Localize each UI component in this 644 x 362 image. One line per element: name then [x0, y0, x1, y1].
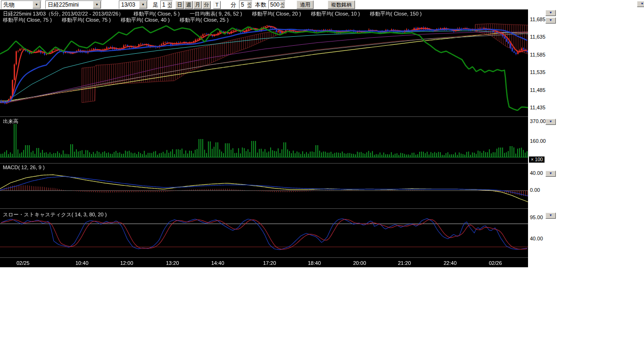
instrument-type-select[interactable]: 先物 ▼	[1, 0, 41, 9]
indicator-label: 移動平均( Close, 75 )	[62, 17, 111, 23]
spinner-buttons[interactable]: ▲▼	[280, 1, 284, 8]
spinner-down-icon[interactable]: ▼	[280, 5, 284, 8]
volume-panel-menu-button[interactable]: ▼	[545, 119, 556, 125]
x-axis-label: 18:40	[308, 260, 321, 266]
period-week-button[interactable]: 週	[184, 1, 193, 9]
spinner-buttons[interactable]: ▲▼	[247, 1, 251, 8]
indicator-label: 移動平均( Close, 20 )	[252, 11, 301, 16]
y-axis-label: 11,485	[530, 87, 545, 93]
chart-title: 日経225mini 13/03（5分, 2013/02/22 - 2013/02…	[3, 11, 124, 16]
indicator-label: 移動平均( Close, 25 )	[180, 17, 229, 23]
spinner-down-icon[interactable]: ▼	[247, 5, 251, 8]
spinner-down-icon[interactable]: ▼	[167, 5, 172, 8]
y-axis-label: 370.00	[530, 118, 546, 124]
chart-canvas[interactable]	[0, 9, 528, 267]
chevron-down-icon: ▼	[33, 1, 41, 8]
contract-month-select[interactable]: 13/03 ▼	[119, 0, 148, 9]
bar-multiplier-value: 1	[161, 1, 167, 8]
bar-multiplier-input[interactable]: 1 ▲▼	[160, 0, 173, 9]
y-axis-label: 11,535	[530, 69, 545, 75]
y-axis-label: 11,585	[530, 52, 545, 58]
indicator-label: 移動平均( Close, 40 )	[121, 17, 170, 23]
x-axis-label: 13:20	[166, 260, 179, 266]
y-axis-label: 11,685	[530, 16, 545, 22]
indicator-label: 移動平均( Close, 5 )	[133, 11, 180, 16]
stoch-panel-menu-button[interactable]: ▼	[545, 213, 556, 219]
chart-menu-button[interactable]: ▼	[545, 10, 556, 16]
macd-panel-label: MACD( 12, 26, 9 )	[3, 165, 45, 170]
x-axis-label: 10:40	[75, 260, 89, 266]
spinner-buttons[interactable]: ▲▼	[167, 1, 172, 8]
minutes-value: 5	[239, 1, 247, 8]
period-month-button[interactable]: 月	[193, 1, 202, 9]
contract-month-value: 13/03	[119, 1, 139, 8]
y-axis-label: 95.00	[530, 214, 543, 220]
indicator-label: 一目均衡表( 9, 26, 52 )	[190, 11, 242, 16]
x-axis-label: 20:00	[353, 260, 366, 266]
apply-button[interactable]: 適用	[297, 0, 314, 9]
minutes-input[interactable]: 5 ▲▼	[239, 0, 252, 9]
volume-panel-label: 出来高	[3, 118, 18, 125]
y-axis-label: 40.00	[530, 170, 543, 176]
macd-panel-menu-button[interactable]: ▼	[545, 171, 556, 177]
period-tick-button[interactable]: T	[213, 1, 221, 9]
bar-count-input[interactable]: 500 ▲▼	[268, 0, 285, 9]
y-axis-label: 11,635	[530, 34, 545, 40]
indicator-label: 移動平均( Close, 10 )	[311, 11, 360, 16]
indicator-label: 移動平均( Close, 75 )	[3, 17, 52, 23]
y-axis-label: 40.00	[530, 236, 543, 241]
x-axis-label: 17:20	[263, 260, 276, 266]
bar-type-label: 足	[153, 1, 158, 9]
toolbar: 先物 ▼ 日経225mini ▼ 13/03 ▼ 足 1 ▲▼ 日 週 月 分 …	[0, 0, 644, 9]
bar-count-label: 本数	[255, 1, 266, 9]
symbol-select[interactable]: 日経225mini ▼	[45, 0, 102, 9]
symbol-value: 日経225mini	[46, 1, 93, 9]
period-minute-button[interactable]: 分	[202, 1, 211, 9]
price-panel-menu-button[interactable]: ▼	[545, 17, 556, 24]
x-axis-label: 14:40	[211, 260, 224, 266]
y-axis-label: 11,435	[530, 105, 545, 110]
chart-application: 先物 ▼ 日経225mini ▼ 13/03 ▼ 足 1 ▲▼ 日 週 月 分 …	[0, 0, 644, 362]
spinner-up-icon[interactable]: ▲	[247, 1, 251, 5]
spinner-up-icon[interactable]: ▲	[167, 1, 172, 5]
instrument-type-value: 先物	[1, 1, 33, 9]
y-axis-label: 160.00	[530, 138, 546, 144]
stoch-panel-label: スロー・ストキャスティクス( 14, 3, 80, 20 )	[3, 211, 107, 218]
x-axis-label: 22:40	[444, 260, 457, 266]
x-axis-label: 21:20	[398, 260, 411, 266]
price-panel-header-line2: 移動平均( Close, 75 ) 移動平均( Close, 75 ) 移動平均…	[3, 16, 237, 24]
multi-symbol-button[interactable]: 複数銘柄	[328, 0, 355, 9]
indicator-label: 移動平均( Close, 150 )	[370, 11, 421, 16]
spinner-up-icon[interactable]: ▲	[280, 1, 284, 5]
toolbar-collapse-button[interactable]: ▼	[637, 1, 644, 7]
volume-multiplier-badge: × 100	[529, 156, 545, 163]
minutes-unit-label: 分	[231, 1, 236, 9]
chevron-down-icon: ▼	[93, 1, 101, 8]
x-axis-label: 12:00	[120, 260, 133, 266]
y-axis-label: 0.00	[530, 187, 540, 193]
chevron-down-icon: ▼	[139, 1, 147, 8]
x-axis-label: 02/26	[489, 260, 502, 266]
bar-count-value: 500	[269, 1, 280, 8]
period-day-button[interactable]: 日	[175, 1, 184, 9]
x-axis-label: 02/25	[17, 260, 30, 266]
